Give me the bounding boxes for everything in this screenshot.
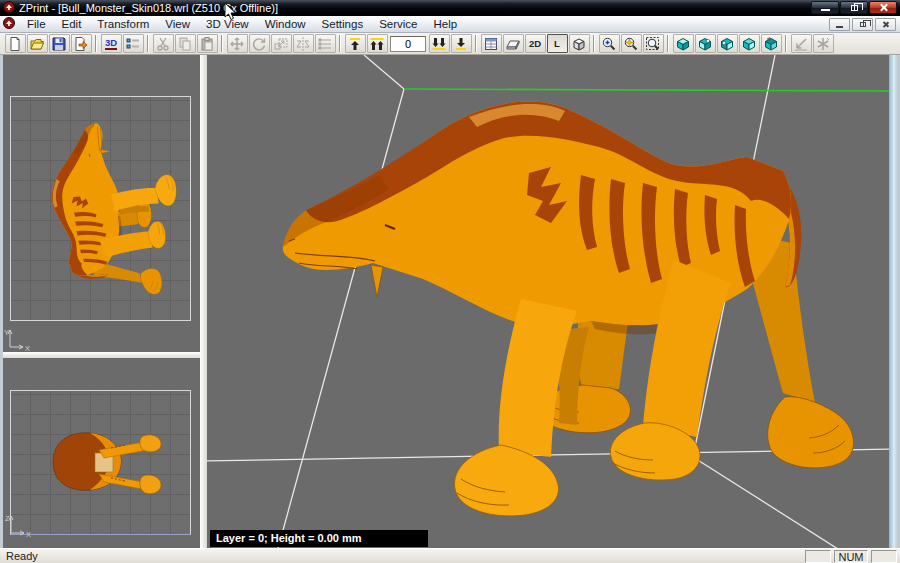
num-lock-indicator: NUM [834,550,868,563]
menu-window[interactable]: Window [257,16,314,33]
import-button[interactable] [71,34,92,53]
front-view-model: Z X [3,358,200,548]
toolbar-separator [785,35,787,52]
translate-button [227,34,248,53]
mdi-close-icon [882,21,889,28]
mdi-minimize-icon [836,26,843,28]
zprint-window: ZPrint - [Bull_Monster_Skin018.wrl (Z510… [0,0,900,563]
3d-view-button[interactable] [569,34,590,53]
view-top-button[interactable] [673,34,694,53]
transform-settings-button [315,34,336,53]
toolbar-separator [95,35,97,52]
3d-print-setup-button[interactable]: 3D [101,34,122,53]
zoom-window-button[interactable] [643,34,664,53]
toolbar-separator [593,35,595,52]
paste-button [197,34,218,53]
document-logo-icon[interactable] [3,17,15,31]
layer-counter-field[interactable]: 0 [390,36,426,52]
front-viewport[interactable]: Z X [3,358,200,548]
3d-label: 3D [105,38,117,50]
status-message: Ready [6,550,38,562]
zoom-in-button[interactable] [599,34,620,53]
menu-transform[interactable]: Transform [89,16,157,33]
measure-button [791,34,812,53]
front-axis-v-label: Z [5,514,10,523]
mdi-minimize-button[interactable] [829,18,850,31]
mouse-cursor [224,2,237,25]
restore-icon [851,5,858,11]
slab-view-button[interactable] [503,34,524,53]
vertical-splitter[interactable] [200,55,207,548]
report-button[interactable] [481,34,502,53]
toolbar-separator [339,35,341,52]
toolbar-separator [667,35,669,52]
mdi-close-button[interactable] [875,18,896,31]
layer-up-button[interactable] [345,34,366,53]
mdi-restore-button[interactable] [852,18,873,31]
menu-view[interactable]: View [157,16,198,33]
new-button[interactable] [5,34,26,53]
toolbar-separator [221,35,223,52]
title-bar: ZPrint - [Bull_Monster_Skin018.wrl (Z510… [0,0,900,16]
status-cell-empty-1 [805,550,831,563]
2d-label: 2D [529,38,541,49]
copy-button [175,34,196,53]
mirror-button [293,34,314,53]
zprint-logo-icon [3,1,15,15]
minimize-icon [821,9,830,11]
layer-view-button[interactable]: L [547,34,568,53]
toolbar: 3D 0 2D L [0,33,900,55]
front-axis-h-label: X [26,530,31,539]
open-button[interactable] [27,34,48,53]
mdi-restore-icon [860,22,866,27]
status-bar: Ready NUM [0,548,900,563]
rotate-button [249,34,270,53]
status-cell-empty-2 [871,550,897,563]
menu-bar: File Edit Transform View 3D View Window … [0,16,900,33]
menu-file[interactable]: File [19,16,54,33]
left-view-column: Y X [3,55,200,548]
scale-button [271,34,292,53]
side-view-model: Y X [3,55,200,352]
layer-down-button[interactable] [451,34,472,53]
printer-status-button[interactable] [123,34,144,53]
menu-service[interactable]: Service [371,16,425,33]
layer-height-overlay: Layer = 0; Height = 0.00 mm [210,530,428,547]
view-front-button[interactable] [695,34,716,53]
layer-top-button[interactable] [367,34,388,53]
main-3d-scene [207,55,889,548]
side-viewport[interactable]: Y X [3,55,200,352]
client-area: Y X [0,55,900,548]
restore-button[interactable] [840,1,868,14]
layer-view-label: L [554,38,560,49]
cut-button [153,34,174,53]
menu-settings[interactable]: Settings [314,16,372,33]
close-icon [879,3,888,12]
collision-button [813,34,834,53]
view-iso-button[interactable] [739,34,760,53]
layer-bottom-button[interactable] [429,34,450,53]
view-side-button[interactable] [717,34,738,53]
side-axis-v-label: Y [4,328,9,337]
2d-view-button[interactable]: 2D [525,34,546,53]
side-axis-h-label: X [25,344,30,352]
menu-edit[interactable]: Edit [54,16,90,33]
main-3d-viewport[interactable]: Layer = 0; Height = 0.00 mm [207,55,889,548]
window-title: ZPrint - [Bull_Monster_Skin018.wrl (Z510… [19,2,278,14]
close-button[interactable] [869,1,897,14]
view-back-button[interactable] [761,34,782,53]
save-button[interactable] [49,34,70,53]
toolbar-separator [147,35,149,52]
minimize-button[interactable] [811,1,839,14]
menu-help[interactable]: Help [426,16,466,33]
zoom-fit-button[interactable] [621,34,642,53]
toolbar-separator [475,35,477,52]
window-right-border [889,55,897,548]
